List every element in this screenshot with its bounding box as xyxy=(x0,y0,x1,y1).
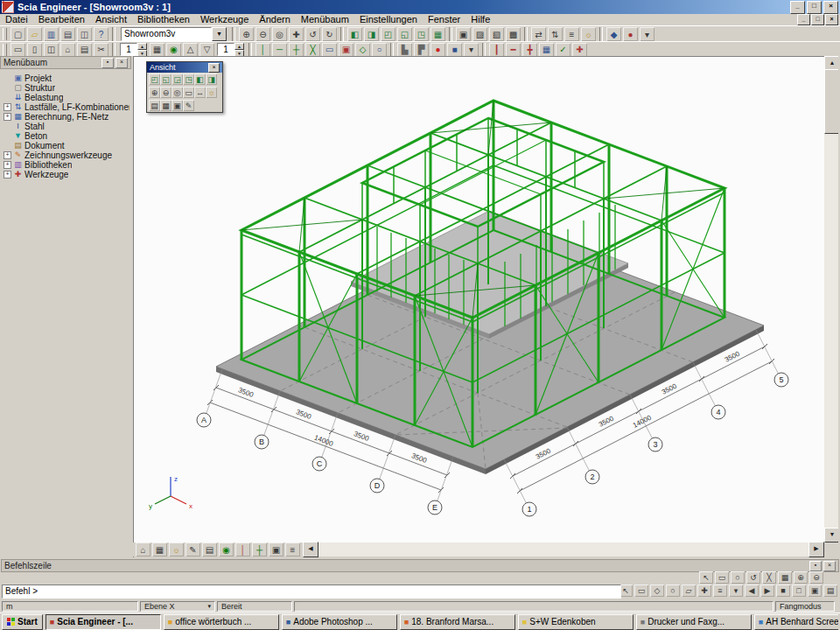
circle-icon[interactable]: ○ xyxy=(372,43,387,57)
cross-icon[interactable]: ╳ xyxy=(762,571,776,584)
pan-h-icon[interactable]: ↔ xyxy=(194,87,206,98)
menu-item[interactable]: Ändern xyxy=(254,14,295,25)
stepper-value[interactable]: 1 xyxy=(217,43,234,56)
sidebar-item[interactable]: ⇊ Belastung xyxy=(3,93,130,102)
help-icon[interactable]: ? xyxy=(94,27,108,41)
column-icon[interactable]: ◫ xyxy=(44,43,59,57)
menu-item[interactable]: Fenster xyxy=(423,14,466,25)
sidebar-item[interactable]: ▣ Projekt xyxy=(3,74,130,83)
close-icon[interactable]: × xyxy=(208,63,220,73)
mesh-view-icon[interactable]: ▦ xyxy=(160,100,172,111)
select-icon[interactable]: ▭ xyxy=(10,43,25,57)
load-case-stepper[interactable]: 1 ▲▼ xyxy=(217,43,244,56)
fill-icon[interactable]: ■ xyxy=(776,584,790,597)
select-circle-icon[interactable]: ○ xyxy=(731,571,745,584)
list2-icon[interactable]: ≡ xyxy=(713,584,727,597)
sidebar-item[interactable]: ▼ Beton xyxy=(3,131,130,141)
taskbar-task-button[interactable]: ■ Drucker und Faxg... xyxy=(636,614,752,630)
pan-icon[interactable]: ✚ xyxy=(289,27,304,41)
command-input[interactable]: Befehl > xyxy=(2,584,621,598)
zoom-all-icon[interactable]: ◎ xyxy=(272,27,287,41)
snap-point-icon[interactable]: ◉ xyxy=(219,542,234,556)
steel-col-icon[interactable]: ┃ xyxy=(489,43,504,57)
solid-view-icon[interactable]: ▣ xyxy=(172,100,183,111)
sidebar-item[interactable]: + ✎ Zeichnungswerkzeuge xyxy=(3,150,130,160)
texture-icon[interactable]: ▩ xyxy=(506,27,521,41)
layers-icon[interactable]: ≡ xyxy=(564,27,579,41)
view-axo1-icon[interactable]: ◳ xyxy=(183,74,194,85)
plane-icon[interactable]: ▽ xyxy=(200,43,214,57)
rotate-icon[interactable]: ↺ xyxy=(746,571,760,584)
mesh-icon[interactable]: ▦ xyxy=(539,43,554,57)
next-icon[interactable]: ▶ xyxy=(760,584,774,597)
scroll-left-icon[interactable]: ◀ xyxy=(303,542,318,557)
taskbar-task-button[interactable]: ■ AH Benhard Scree... xyxy=(754,614,838,630)
solid-icon[interactable]: ▣ xyxy=(269,542,284,556)
redo-icon[interactable]: ↻ xyxy=(322,27,337,41)
light-icon[interactable]: ☼ xyxy=(206,87,217,98)
steel-beam-icon[interactable]: ━ xyxy=(506,43,521,57)
list-icon[interactable]: ≡ xyxy=(285,542,300,556)
more2-icon[interactable]: ▾ xyxy=(464,43,479,57)
taskbar-task-button[interactable]: ■ 18. Branford Marsa... xyxy=(400,614,515,630)
axis-cross-icon[interactable]: ┼ xyxy=(252,542,267,556)
close-icon[interactable]: × xyxy=(823,561,836,571)
level-cell[interactable]: Ebene X ▾ xyxy=(140,601,215,612)
expand-icon[interactable]: + xyxy=(4,151,11,159)
pin-icon[interactable]: ▪ xyxy=(809,561,822,571)
stepper-up-icon[interactable]: ▲ xyxy=(137,43,147,50)
sidebar-item[interactable]: I Stahl xyxy=(3,122,130,131)
menu-item[interactable]: Menübaum xyxy=(296,14,354,25)
view-side-icon[interactable]: ◨ xyxy=(364,27,379,41)
block1-icon[interactable]: ▙ xyxy=(397,43,412,57)
sidebar-item[interactable]: + ✚ Werkzeuge xyxy=(3,170,130,179)
pick-rect-icon[interactable]: ▭ xyxy=(634,584,648,597)
palette-title-bar[interactable]: Ansicht × xyxy=(147,62,222,73)
settings-icon[interactable]: ☼ xyxy=(581,27,596,41)
new-icon[interactable]: ▢ xyxy=(10,27,25,41)
point-icon[interactable]: ● xyxy=(623,27,638,41)
zoom-in-icon[interactable]: ⊕ xyxy=(239,27,254,41)
ucs-icon[interactable]: ⌂ xyxy=(136,542,150,556)
plate-icon[interactable]: ▤ xyxy=(77,43,92,57)
view-xz-icon[interactable]: ◱ xyxy=(160,74,172,85)
zoomin2-icon[interactable]: ⊕ xyxy=(794,571,808,584)
taskbar-task-button[interactable]: ■ Scia Engineer - [... xyxy=(46,614,161,630)
axis-z-icon[interactable]: │ xyxy=(235,542,250,556)
expand-icon[interactable]: + xyxy=(4,103,11,111)
sidebar-item[interactable]: + ▥ Bibliotheken xyxy=(3,160,130,170)
cut-icon[interactable]: ✂ xyxy=(94,43,108,57)
undo-icon[interactable]: ↺ xyxy=(305,27,320,41)
pick-poly-icon[interactable]: ◇ xyxy=(650,584,664,597)
table-icon[interactable]: ▤ xyxy=(823,584,837,597)
zoom-in-icon[interactable]: ⊕ xyxy=(149,87,160,98)
vertical-scrollbar[interactable]: ▲ ▼ xyxy=(824,56,838,542)
zoom-out-icon[interactable]: ⊖ xyxy=(160,87,172,98)
view-xy-icon[interactable]: ◰ xyxy=(149,74,160,85)
open-icon[interactable]: ▱ xyxy=(27,27,42,41)
save-icon[interactable]: ▥ xyxy=(44,27,59,41)
view-top-icon[interactable]: ◰ xyxy=(381,27,396,41)
menu-item[interactable]: Hilfe xyxy=(466,14,495,25)
snap-mode-cell[interactable]: Fangmodus xyxy=(775,601,835,612)
print-icon[interactable]: ▤ xyxy=(60,27,75,41)
load-icon[interactable]: ■ xyxy=(447,43,462,57)
zoom-fit-icon[interactable]: ▭ xyxy=(183,87,194,98)
menu-item[interactable]: Werkzeuge xyxy=(195,14,254,25)
check-icon[interactable]: ✓ xyxy=(556,43,570,57)
view-axo2-icon[interactable]: ◧ xyxy=(194,74,206,85)
grid-icon[interactable]: ▦ xyxy=(150,43,164,57)
drop-icon[interactable]: ▾ xyxy=(729,584,743,597)
menu-item[interactable]: Einstellungen xyxy=(354,14,423,25)
node-icon[interactable]: ◆ xyxy=(606,27,621,41)
toolbar-grip[interactable] xyxy=(3,28,7,40)
expand-icon[interactable]: + xyxy=(4,161,11,169)
flip-h-icon[interactable]: ⇄ xyxy=(531,27,546,41)
taskbar-task-button[interactable]: ■ Adobe Photoshop ... xyxy=(282,614,397,630)
scale-stepper[interactable]: 1 ▲▼ xyxy=(120,43,147,56)
scroll-right-icon[interactable]: ▶ xyxy=(808,542,824,557)
pick-circle-icon[interactable]: ○ xyxy=(666,584,680,597)
mdi-close-button[interactable]: × xyxy=(825,14,838,25)
taskbar-task-button[interactable]: ■ office wörterbuch ... xyxy=(164,614,279,630)
expand-icon[interactable]: + xyxy=(4,113,11,121)
